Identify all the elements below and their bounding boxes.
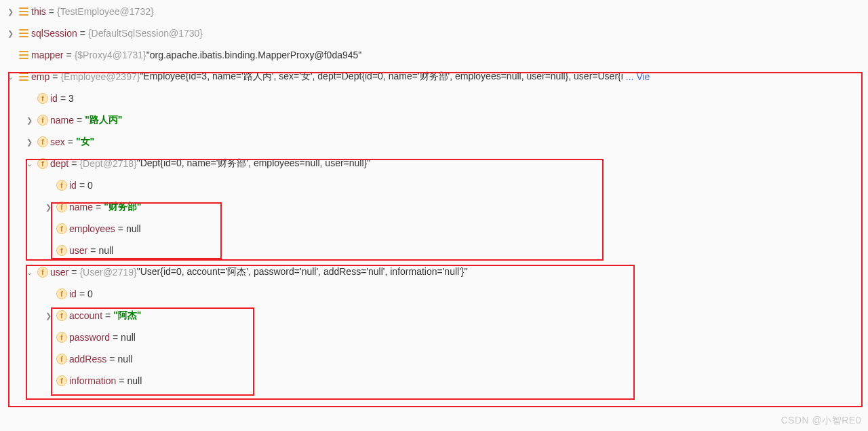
expand-arrow-icon[interactable]: ❯: [23, 116, 35, 125]
field-icon: f: [56, 245, 67, 256]
debug-row[interactable]: ❯fname = "路人丙": [0, 109, 868, 131]
equals-sign: =: [87, 245, 98, 256]
equals-sign: =: [77, 288, 87, 299]
variable-name: name: [69, 202, 93, 212]
variable-value: 0: [87, 288, 93, 299]
field-icon: f: [37, 136, 48, 147]
debug-row[interactable]: ⌄fuser = {User@2719} "User{id=0, account…: [0, 261, 868, 283]
debug-row[interactable]: ❯faccount = "阿杰": [0, 305, 868, 326]
debug-row[interactable]: fid = 3: [0, 88, 868, 109]
object-reference: {Employee@2397}: [60, 71, 140, 82]
debug-row[interactable]: finformation = null: [0, 370, 868, 392]
equals-sign: =: [46, 6, 57, 17]
variable-value: "阿杰": [113, 310, 141, 322]
variable-value: "Dept{id=0, name='财务部', employees=null, …: [137, 157, 370, 170]
collapse-arrow-icon[interactable]: ⌄: [4, 73, 16, 81]
debug-row[interactable]: fid = 0: [0, 283, 868, 305]
equals-sign: =: [115, 223, 126, 234]
watermark: CSDN @小智RE0: [781, 415, 861, 427]
variable-value: "路人丙": [85, 114, 122, 126]
equals-sign: =: [74, 115, 85, 126]
variable-name: user: [50, 267, 68, 278]
field-icon: f: [37, 115, 48, 126]
object-reference: {Dept@2718}: [79, 158, 136, 169]
debug-row[interactable]: ❯sqlSession = {DefaultSqlSession@1730}: [0, 22, 868, 44]
variable-value: null: [126, 223, 141, 234]
variable-value: "Employee{id=3, name='路人丙', sex='女', dep…: [140, 71, 623, 83]
expand-arrow-icon[interactable]: ❯: [42, 203, 54, 212]
object-reference: {User@2719}: [79, 267, 136, 278]
object-icon: [19, 7, 28, 16]
variable-name: name: [50, 115, 74, 126]
field-icon: f: [37, 158, 48, 169]
variable-value: null: [117, 354, 132, 364]
debug-row[interactable]: fpassword = null: [0, 326, 868, 348]
field-icon: f: [37, 267, 48, 278]
variable-value: "org.apache.ibatis.binding.MapperProxy@f…: [146, 50, 362, 60]
variable-name: id: [69, 288, 77, 299]
field-icon: f: [56, 354, 67, 364]
variable-name: information: [69, 375, 116, 386]
variable-name: password: [69, 332, 110, 343]
equals-sign: =: [63, 50, 74, 60]
variable-name: id: [69, 180, 77, 191]
variable-value: "User{id=0, account='阿杰', password='null…: [137, 266, 468, 278]
equals-sign: =: [65, 136, 76, 147]
object-reference: {$Proxy4@1731}: [75, 50, 146, 60]
debug-row[interactable]: ⌄fdept = {Dept@2718} "Dept{id=0, name='财…: [0, 153, 868, 174]
field-icon: f: [56, 332, 67, 343]
debug-row[interactable]: ❯fname = "财务部": [0, 196, 868, 218]
variable-name: emp: [31, 71, 50, 82]
equals-sign: =: [68, 267, 79, 278]
object-icon: [19, 50, 28, 60]
field-icon: f: [56, 223, 67, 234]
variable-name: id: [50, 93, 58, 104]
collapse-arrow-icon[interactable]: ⌄: [23, 160, 35, 168]
variable-value: "女": [76, 136, 94, 148]
expand-arrow-icon[interactable]: ❯: [4, 29, 16, 38]
equals-sign: =: [68, 158, 79, 169]
variable-value: "财务部": [104, 201, 141, 213]
debug-row[interactable]: femployees = null: [0, 218, 868, 240]
equals-sign: =: [77, 180, 87, 191]
view-more-link[interactable]: ... Vie: [626, 71, 650, 82]
expand-arrow-icon[interactable]: ❯: [23, 138, 35, 147]
debug-row[interactable]: mapper = {$Proxy4@1731} "org.apache.ibat…: [0, 44, 868, 66]
field-icon: f: [56, 375, 67, 386]
debug-row[interactable]: ⌄emp = {Employee@2397} "Employee{id=3, n…: [0, 66, 868, 88]
field-icon: f: [56, 288, 67, 299]
object-reference: {DefaultSqlSession@1730}: [88, 28, 203, 39]
debug-row[interactable]: ❯this = {TestEmployee@1732}: [0, 1, 868, 22]
debug-row[interactable]: fuser = null: [0, 240, 868, 261]
variable-value: null: [121, 332, 136, 343]
variable-name: user: [69, 245, 87, 256]
equals-sign: =: [106, 354, 117, 364]
variable-name: dept: [50, 158, 68, 169]
equals-sign: =: [58, 93, 68, 104]
equals-sign: =: [93, 202, 104, 212]
variable-name: sex: [50, 136, 65, 147]
field-icon: f: [56, 202, 67, 212]
equals-sign: =: [77, 28, 88, 39]
expand-arrow-icon[interactable]: ❯: [42, 312, 54, 320]
debug-variables-panel: ❯this = {TestEmployee@1732}❯sqlSession =…: [0, 0, 868, 392]
debug-row[interactable]: fid = 0: [0, 174, 868, 196]
field-icon: f: [37, 93, 48, 104]
variable-value: 3: [68, 93, 74, 104]
object-reference: {TestEmployee@1732}: [57, 6, 154, 17]
variable-name: account: [69, 310, 102, 321]
variable-value: null: [127, 375, 142, 386]
debug-row[interactable]: ❯fsex = "女": [0, 131, 868, 153]
variable-name: employees: [69, 223, 115, 234]
equals-sign: =: [110, 332, 121, 343]
variable-name: addRess: [69, 354, 106, 364]
expand-arrow-icon[interactable]: ❯: [4, 7, 16, 16]
field-icon: f: [56, 310, 67, 321]
collapse-arrow-icon[interactable]: ⌄: [23, 268, 35, 277]
equals-sign: =: [116, 375, 127, 386]
field-icon: f: [56, 180, 67, 191]
object-icon: [19, 29, 28, 38]
variable-name: this: [31, 6, 46, 17]
equals-sign: =: [50, 71, 60, 82]
debug-row[interactable]: faddRess = null: [0, 348, 868, 370]
